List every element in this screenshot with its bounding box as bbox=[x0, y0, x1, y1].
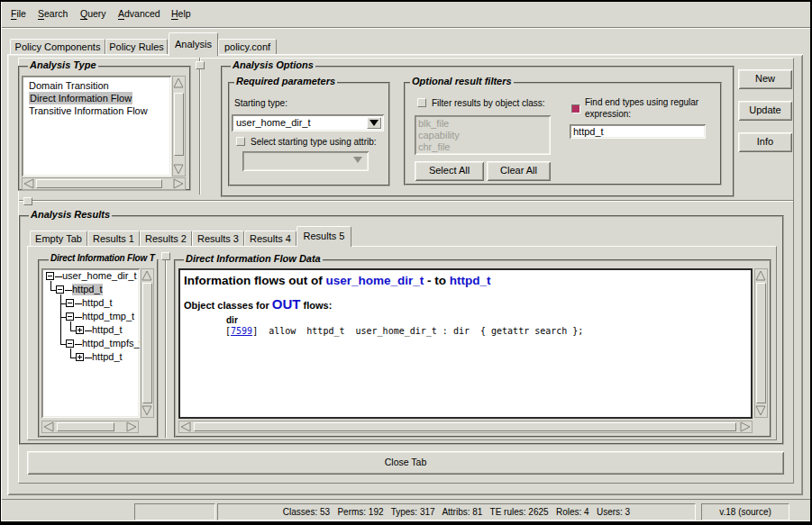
scroll-right-arrow[interactable] bbox=[173, 178, 184, 189]
tree-expand-box[interactable] bbox=[76, 353, 84, 361]
box-minus-stroke bbox=[48, 276, 52, 276]
scroll-right-arrow[interactable] bbox=[740, 421, 751, 432]
vertical-sash-handle[interactable] bbox=[196, 61, 205, 69]
status-stats: Classes: 53 Perms: 192 Types: 317 Attrib… bbox=[217, 503, 696, 520]
results-tab-results-1[interactable]: Results 1 bbox=[87, 231, 140, 247]
menu-query[interactable]: Query bbox=[80, 8, 106, 19]
scroll-down-arrow[interactable] bbox=[141, 405, 152, 416]
clear-all-button[interactable]: Clear All bbox=[487, 161, 551, 181]
tree-connector bbox=[75, 303, 82, 304]
close-tab-button[interactable]: Close Tab bbox=[27, 451, 784, 475]
flow-tree-group-title: Direct Information Flow T bbox=[49, 253, 157, 263]
menu-help[interactable]: Help bbox=[171, 8, 191, 19]
results-tab-results-2[interactable]: Results 2 bbox=[140, 231, 192, 247]
scroll-thumb[interactable] bbox=[57, 422, 114, 431]
scroll-thumb[interactable] bbox=[756, 283, 766, 403]
regex-checkbox[interactable] bbox=[571, 104, 580, 113]
rule-line: [7599] allow httpd_t user_home_dir_t : d… bbox=[225, 326, 583, 336]
dropdown-arrow-icon bbox=[370, 120, 379, 126]
regex-checkbox-label-line2[interactable]: expression: bbox=[585, 109, 631, 119]
select-all-button[interactable]: Select All bbox=[415, 161, 484, 181]
menubar: FileSearchQueryAdvancedHelp bbox=[0, 2, 810, 28]
object-classes-line: Object classes for OUT flows: bbox=[184, 298, 332, 312]
horizontal-sash-handle[interactable] bbox=[23, 197, 32, 205]
tab-analysis[interactable]: Analysis bbox=[169, 32, 218, 56]
results-tab-empty-tab[interactable]: Empty Tab bbox=[30, 231, 87, 247]
flow-data-text[interactable]: Information flows out of user_home_dir_t… bbox=[178, 268, 753, 419]
attrib-checkbox[interactable] bbox=[236, 137, 245, 146]
results-tab-results-5[interactable]: Results 5 bbox=[297, 226, 351, 247]
tree-node-httpd_t[interactable]: httpd_t bbox=[92, 324, 123, 336]
scroll-thumb[interactable] bbox=[36, 179, 162, 188]
analysis-type-item[interactable]: Transitive Information Flow bbox=[29, 104, 148, 117]
attrib-dropdown-button bbox=[351, 155, 365, 167]
analysis-type-item[interactable]: Direct Information Flow bbox=[29, 92, 132, 104]
data-vscrollbar[interactable] bbox=[754, 268, 768, 418]
tree-hscrollbar[interactable] bbox=[41, 421, 139, 433]
menu-file[interactable]: File bbox=[11, 8, 26, 19]
tab-policy-conf[interactable]: policy.conf bbox=[218, 39, 277, 55]
data-hscrollbar[interactable] bbox=[178, 421, 753, 433]
attrib-entry bbox=[242, 151, 369, 171]
tree-vscrollbar[interactable] bbox=[141, 268, 154, 418]
tree-node-httpd_t[interactable]: httpd_t bbox=[82, 297, 113, 309]
scroll-left-arrow[interactable] bbox=[43, 421, 54, 432]
scroll-right-arrow[interactable] bbox=[126, 421, 137, 432]
tree-collapse-box[interactable] bbox=[66, 299, 74, 307]
new-button[interactable]: New bbox=[738, 69, 792, 89]
analysis-type-vscrollbar[interactable] bbox=[172, 76, 186, 177]
results-tab-results-4[interactable]: Results 4 bbox=[244, 231, 297, 247]
scroll-thumb[interactable] bbox=[142, 283, 152, 403]
info-button[interactable]: Info bbox=[738, 132, 792, 152]
attrib-checkbox-label[interactable]: Select starting type using attrib: bbox=[251, 137, 377, 147]
tab-policy-components[interactable]: Policy Components bbox=[10, 39, 105, 55]
flow-tree[interactable]: user_home_dir_thttpd_thttpd_thttpd_tmp_t… bbox=[41, 268, 140, 418]
analysis-type-hscrollbar[interactable] bbox=[22, 177, 186, 190]
flow-heading-type: httpd_t bbox=[450, 274, 491, 287]
update-button[interactable]: Update bbox=[738, 101, 792, 121]
scroll-up-arrow[interactable] bbox=[755, 270, 766, 281]
tree-collapse-box[interactable] bbox=[56, 285, 64, 294]
tree-connector bbox=[85, 330, 92, 331]
apol-window: FileSearchQueryAdvancedHelp Policy Compo… bbox=[0, 0, 812, 525]
tree-node-httpd_tmp_t[interactable]: httpd_tmp_t bbox=[82, 311, 134, 322]
tab-policy-rules[interactable]: Policy Rules bbox=[105, 39, 168, 55]
filter-by-class-label[interactable]: Filter results by object class: bbox=[432, 98, 545, 108]
results-sash-handle[interactable] bbox=[161, 252, 170, 260]
regex-checkbox-label-line1[interactable]: Find end types using regular bbox=[585, 97, 698, 107]
starting-type-value: user_home_dir_t bbox=[236, 117, 311, 128]
scroll-thumb[interactable] bbox=[174, 93, 184, 156]
status-version: v.18 (source) bbox=[701, 503, 789, 520]
tree-connector bbox=[75, 317, 82, 318]
window-border-left bbox=[0, 0, 1, 525]
menu-advanced[interactable]: Advanced bbox=[118, 8, 160, 19]
scroll-up-arrow[interactable] bbox=[141, 270, 152, 281]
analysis-type-item[interactable]: Domain Transition bbox=[29, 79, 109, 92]
scroll-down-arrow[interactable] bbox=[173, 164, 184, 175]
tree-node-user_home_dir_t[interactable]: user_home_dir_t bbox=[62, 270, 137, 282]
tree-collapse-box[interactable] bbox=[46, 272, 54, 280]
tree-node-httpd_t[interactable]: httpd_t bbox=[92, 351, 123, 363]
starting-type-dropdown-button[interactable] bbox=[367, 117, 381, 129]
tree-node-httpd_t[interactable]: httpd_t bbox=[72, 284, 103, 295]
results-tab-results-3[interactable]: Results 3 bbox=[192, 231, 244, 247]
object-class-listbox-disabled: blk_filecapabilitychr_file bbox=[415, 115, 551, 155]
flow-heading-type: user_home_dir_t bbox=[325, 274, 424, 287]
scroll-left-arrow[interactable] bbox=[180, 421, 191, 432]
object-class-item: chr_file bbox=[418, 140, 450, 153]
scroll-up-arrow[interactable] bbox=[173, 77, 184, 88]
filter-by-class-checkbox[interactable] bbox=[417, 98, 426, 107]
tree-collapse-box[interactable] bbox=[66, 312, 74, 321]
scroll-down-arrow[interactable] bbox=[755, 405, 766, 416]
tree-collapse-box[interactable] bbox=[66, 339, 74, 348]
tree-node-httpd_tmpfs_t[interactable]: httpd_tmpfs_t bbox=[82, 338, 140, 349]
tree-expand-box[interactable] bbox=[76, 326, 84, 334]
tree-connector bbox=[85, 358, 92, 358]
starting-type-combobox[interactable]: user_home_dir_t bbox=[232, 114, 384, 131]
scroll-left-arrow[interactable] bbox=[23, 178, 34, 189]
analysis-type-listbox[interactable]: Domain TransitionDirect Information Flow… bbox=[22, 76, 171, 177]
rule-number-link[interactable]: 7599 bbox=[231, 326, 252, 336]
scroll-thumb[interactable] bbox=[194, 422, 736, 431]
object-class-item: capability bbox=[418, 129, 460, 141]
menu-search[interactable]: Search bbox=[38, 8, 68, 19]
